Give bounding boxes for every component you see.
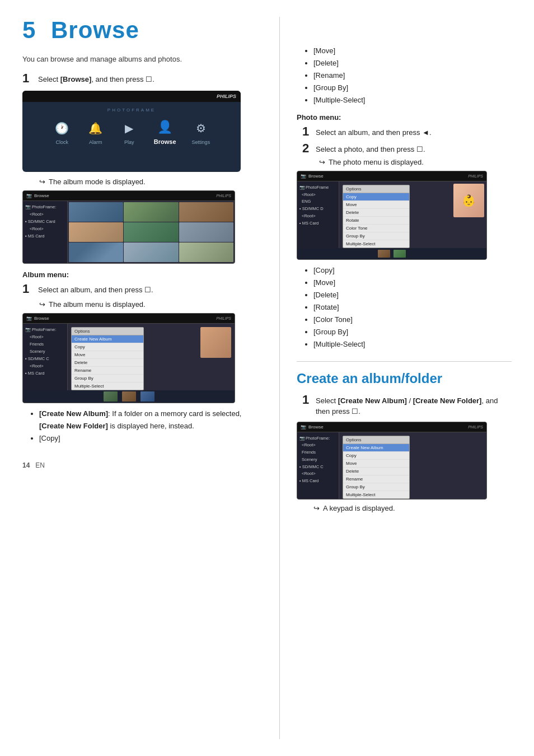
right-bullet-groupby: [Group By] — [313, 82, 512, 94]
photo-bullet-rotate: [Rotate] — [313, 301, 512, 314]
create-browse-topbar: 📷 Browse PHILIPS — [297, 422, 486, 432]
option-move: Move — [72, 351, 143, 359]
photo-arrow-icon: ↪ — [319, 158, 325, 166]
album-step-1: 1 Select an album, and then press ☐. — [22, 282, 263, 296]
clock-label: Clock — [56, 139, 69, 145]
chapter-number: 5 — [22, 17, 36, 43]
photo-option-group-by: Group By — [343, 232, 409, 240]
device-content: PHOTOFRAME 🕐 Clock 🔔 Alarm ▶ Play — [22, 102, 241, 145]
create-option-group-by: Group By — [343, 483, 409, 491]
photo-step-1-num: 1 — [302, 125, 311, 138]
create-options-panel: Options Create New Album Copy Move Delet… — [343, 436, 410, 499]
photo-menu-result-text: The photo menu is displayed. — [329, 158, 424, 166]
create-sdmmc-icon: ▪ — [299, 464, 301, 470]
sidebar-sdmmc-label: SD/MMC Card — [28, 219, 55, 225]
icon-play: ▶ Play — [120, 119, 138, 145]
create-sdmmc-label: SD/MMC C — [302, 464, 324, 470]
result-text: The album mode is displayed. — [49, 178, 146, 186]
create-browse-content: 📷 PhotoFrame: <Root> Friends Scenery ▪ — [297, 432, 486, 499]
create-result-text: A keypad is displayed. — [323, 504, 395, 512]
sidebar-root2-label: <Root> — [25, 226, 44, 232]
photo-bottom-thumbs — [378, 250, 406, 258]
opts-sdmmc-icon: ▪ — [25, 356, 27, 362]
chapter-heading: 5 Browse — [22, 17, 263, 44]
photo-menu-result: ↪ The photo menu is displayed. — [319, 158, 512, 166]
photo-browse-top-right: PHILIPS — [468, 174, 483, 178]
arrow-icon: ↪ — [39, 178, 45, 186]
photo-opts-root2: <Root> — [299, 213, 336, 219]
photo-step-1-text: Select an album, and then press ◄. — [316, 127, 432, 138]
create-root1: <Root> — [299, 442, 316, 448]
album-step-1-number: 1 — [22, 282, 32, 296]
photo-root1: <Root> — [299, 192, 316, 198]
option-create-new-album: Create New Album — [72, 335, 143, 343]
create-photoframe-icon: 📷 — [299, 436, 305, 441]
photo-bottom-bar — [297, 248, 486, 259]
photo-root2: <Root> — [299, 213, 316, 219]
thumbnail-9 — [179, 242, 233, 262]
photo-option-copy: Copy — [343, 193, 409, 201]
browse-main-content: 📷 PhotoFrame: <Root> ▪ SD/MMC Card <Root… — [23, 201, 235, 263]
sidebar-root2: <Root> — [25, 226, 65, 232]
create-option-multiple-select: Multiple-Select — [343, 491, 409, 498]
photo-options-panel: Options Copy Move Delete Rotate Color To… — [343, 185, 410, 248]
opts-friends-label: Friends — [25, 342, 44, 347]
sidebar-root1: <Root> — [25, 212, 65, 217]
photo-photoframe-icon: 📷 — [299, 185, 305, 190]
thumbnail-7 — [69, 242, 123, 262]
baby-face-thumb: 👶 — [453, 184, 484, 217]
sidebar-root1-label: <Root> — [25, 212, 44, 217]
create-opts-root2: <Root> — [299, 471, 336, 477]
create-result: ↪ A keypad is displayed. — [313, 504, 512, 512]
alarm-icon: 🔔 — [87, 119, 105, 137]
browse-options-top-right: PHILIPS — [216, 316, 231, 320]
browse-options-top-left: 📷 Browse — [26, 316, 49, 321]
sidebar-mscard: ▪ MS Card — [25, 234, 65, 239]
photo-browse-top-left: 📷 Browse — [301, 174, 324, 179]
photo-sdmmc-icon: ▪ — [299, 206, 301, 212]
browse-bottom-bar — [23, 390, 235, 403]
photo-browse-screen: 📷 Browse PHILIPS 📷 PhotoFrame <Root> ENG — [297, 171, 487, 260]
create-option-delete: Delete — [343, 468, 409, 475]
photo-opts-root1: <Root> — [299, 192, 336, 198]
photo-browse-icon: 📷 — [301, 174, 306, 179]
icon-browse: 👤 Browse — [154, 118, 176, 145]
create-opts-sdmmc: ▪ SD/MMC C — [299, 464, 336, 470]
create-step-1: 1 Select [Create New Album] / [Create Ne… — [302, 393, 512, 417]
photo-step-1: 1 Select an album, and then press ◄. — [302, 125, 512, 138]
thumb-right-preview — [200, 327, 231, 358]
photo-step-2: 2 Select a photo, and then press ☐. — [302, 142, 512, 155]
browse-options-content: 📷 PhotoFrame: <Root> Friends Scenery ▪ — [23, 324, 235, 390]
browse-icon-sm2: 📷 — [26, 316, 32, 321]
main-device-screenshot: PHILIPS PHOTOFRAME 🕐 Clock 🔔 Alarm ▶ Pla — [22, 91, 241, 172]
browse-bottom-thumbs — [104, 391, 154, 402]
create-browse-top-left: 📷 Browse — [301, 424, 324, 430]
alarm-label: Alarm — [89, 139, 102, 145]
sdmmc-icon: ▪ — [25, 219, 27, 225]
result-album-mode: ↪ The album mode is displayed. — [39, 178, 263, 186]
create-option-move: Move — [343, 460, 409, 468]
browse-screen-topbar: 📷 Browse PHILIPS — [23, 191, 235, 201]
clock-icon: 🕐 — [53, 119, 71, 137]
opts-photoframe: 📷 PhotoFrame: — [25, 327, 65, 333]
icon-alarm: 🔔 Alarm — [87, 119, 105, 145]
photoframe-icon: 📷 — [25, 204, 31, 210]
browse-icon-small: 📷 — [26, 193, 32, 198]
arrow-icon-2: ↪ — [39, 300, 45, 309]
photo-opts-eng: ENG — [299, 199, 336, 204]
device-subtitle: PHOTOFRAME — [107, 108, 156, 113]
photo-opts-photoframe: 📷 PhotoFrame — [299, 185, 336, 190]
play-icon: ▶ — [120, 119, 138, 137]
create-scenery-label: Scenery — [299, 457, 317, 463]
opts-root2-label: <Root> — [25, 363, 44, 369]
thumbnail-4 — [69, 222, 123, 242]
device-icons-row: 🕐 Clock 🔔 Alarm ▶ Play 👤 Browse — [53, 118, 210, 145]
icon-settings: ⚙ Settings — [192, 119, 210, 145]
photo-sdmmc-label: SD/MMC D — [302, 206, 324, 212]
browse-options-sidebar: 📷 PhotoFrame: <Root> Friends Scenery ▪ — [23, 324, 68, 390]
album-options-panel: Options Create New Album Copy Move Delet… — [71, 327, 144, 390]
opts-scenery: Scenery — [25, 349, 65, 354]
photo-bottom-thumb-1 — [378, 250, 390, 258]
create-browse-top-right: PHILIPS — [468, 425, 483, 429]
create-friends-label: Friends — [299, 450, 316, 455]
